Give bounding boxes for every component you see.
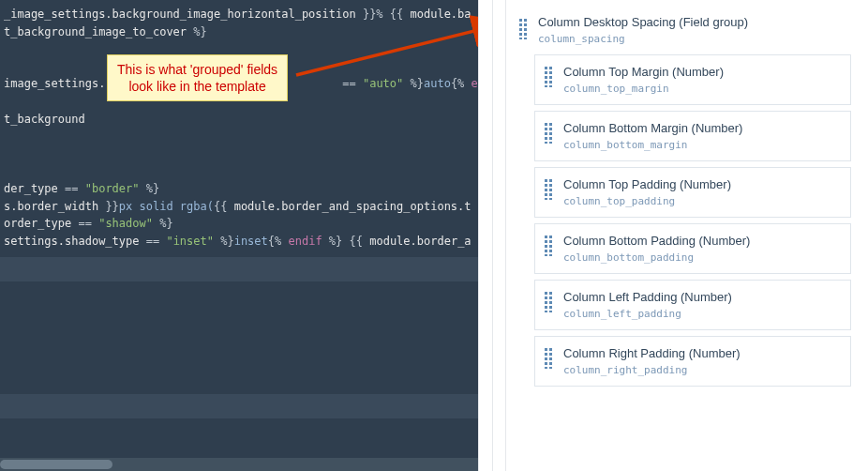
svg-rect-13: [545, 71, 547, 74]
svg-rect-6: [524, 28, 527, 31]
svg-rect-40: [549, 198, 552, 200]
svg-rect-55: [545, 301, 547, 304]
svg-rect-8: [524, 33, 527, 36]
svg-rect-38: [549, 193, 552, 196]
svg-rect-50: [549, 254, 552, 256]
svg-rect-5: [519, 28, 522, 31]
field-title: Column Right Padding (Number): [563, 346, 741, 360]
drag-handle-icon[interactable]: [545, 348, 552, 369]
svg-rect-28: [549, 137, 552, 140]
svg-rect-12: [549, 67, 552, 69]
drag-handle-icon[interactable]: [545, 292, 552, 312]
code-line: s.border_width }}px solid rgba({{ module…: [0, 198, 478, 216]
svg-rect-22: [549, 123, 552, 126]
field-key: column_right_padding: [563, 364, 741, 376]
drag-handle-icon[interactable]: [545, 179, 552, 200]
svg-rect-41: [545, 236, 547, 238]
svg-rect-31: [545, 179, 547, 182]
svg-rect-69: [545, 367, 547, 369]
code-line: [0, 162, 478, 180]
svg-rect-11: [545, 67, 547, 69]
svg-rect-67: [545, 362, 547, 365]
svg-rect-53: [545, 296, 547, 299]
code-line: _image_settings.background_image_horizon…: [0, 6, 478, 23]
fields-panel: Column Desktop Spacing (Field group) col…: [506, 0, 868, 471]
svg-rect-17: [545, 81, 547, 84]
svg-rect-39: [545, 198, 547, 200]
svg-rect-68: [549, 362, 552, 365]
svg-rect-27: [545, 137, 547, 140]
svg-rect-60: [549, 311, 552, 312]
svg-rect-29: [545, 142, 547, 144]
code-line: t_background: [0, 111, 478, 129]
svg-rect-15: [545, 76, 547, 79]
svg-rect-30: [549, 142, 552, 144]
annotation-callout: This is what 'grouped' fields look like …: [107, 54, 288, 101]
drag-handle-icon[interactable]: [545, 123, 552, 144]
field-item[interactable]: Column Bottom Margin (Number)column_bott…: [534, 111, 851, 161]
svg-rect-70: [549, 367, 552, 369]
field-group-key: column_spacing: [538, 33, 748, 45]
code-line: order_type == "shadow" %}: [0, 215, 478, 233]
field-key: column_top_margin: [563, 83, 724, 95]
svg-rect-51: [545, 292, 547, 295]
svg-rect-57: [545, 306, 547, 309]
pane-divider[interactable]: [478, 0, 506, 471]
svg-rect-65: [545, 357, 547, 360]
editor-gap-bar: [0, 394, 478, 418]
editor-gap-bar: [0, 257, 478, 281]
svg-rect-52: [549, 292, 552, 295]
svg-rect-21: [545, 123, 547, 126]
svg-rect-16: [549, 76, 552, 79]
field-item[interactable]: Column Top Margin (Number)column_top_mar…: [534, 54, 851, 105]
horizontal-scrollbar[interactable]: [0, 458, 478, 471]
svg-rect-10: [524, 38, 527, 39]
drag-handle-icon[interactable]: [545, 236, 552, 256]
field-item[interactable]: Column Right Padding (Number)column_righ…: [534, 336, 851, 387]
field-key: column_bottom_padding: [563, 251, 750, 264]
svg-rect-4: [524, 23, 527, 26]
svg-rect-44: [549, 240, 552, 243]
code-line: der_type == "border" %}: [0, 180, 478, 198]
code-line: t_background_image_to_cover %}: [0, 23, 478, 41]
field-title: Column Bottom Margin (Number): [563, 121, 742, 135]
code-line: [0, 145, 478, 163]
svg-rect-35: [545, 189, 547, 191]
svg-rect-62: [549, 348, 552, 351]
svg-rect-48: [549, 250, 552, 252]
svg-rect-33: [545, 184, 547, 187]
svg-rect-2: [524, 19, 527, 22]
field-item[interactable]: Column Bottom Padding (Number)column_bot…: [534, 223, 851, 274]
svg-rect-46: [549, 245, 552, 248]
svg-rect-32: [549, 179, 552, 182]
scrollbar-thumb[interactable]: [0, 460, 112, 469]
svg-rect-42: [549, 236, 552, 238]
svg-rect-64: [549, 353, 552, 356]
svg-rect-59: [545, 311, 547, 312]
svg-rect-49: [545, 254, 547, 256]
svg-rect-45: [545, 245, 547, 248]
svg-rect-43: [545, 240, 547, 243]
field-title: Column Left Padding (Number): [563, 290, 732, 304]
svg-rect-26: [549, 132, 552, 135]
svg-rect-19: [545, 85, 547, 87]
field-key: column_bottom_margin: [563, 139, 742, 151]
svg-rect-61: [545, 348, 547, 351]
svg-rect-24: [549, 128, 552, 130]
field-title: Column Top Margin (Number): [563, 65, 724, 79]
field-group-header[interactable]: Column Desktop Spacing (Field group) col…: [516, 9, 851, 54]
drag-handle-icon[interactable]: [545, 67, 552, 87]
code-line: settings.shadow_type == "inset" %}inset{…: [0, 233, 478, 251]
svg-rect-37: [545, 193, 547, 196]
svg-rect-36: [549, 189, 552, 191]
svg-rect-18: [549, 81, 552, 84]
svg-rect-1: [519, 19, 522, 22]
field-title: Column Bottom Padding (Number): [563, 234, 750, 248]
drag-handle-icon[interactable]: [519, 19, 527, 39]
field-item[interactable]: Column Left Padding (Number)column_left_…: [534, 280, 851, 330]
field-item[interactable]: Column Top Padding (Number)column_top_pa…: [534, 167, 851, 218]
code-editor[interactable]: _image_settings.background_image_horizon…: [0, 0, 478, 471]
svg-rect-3: [519, 23, 522, 26]
svg-rect-9: [519, 38, 522, 39]
svg-rect-54: [549, 296, 552, 299]
